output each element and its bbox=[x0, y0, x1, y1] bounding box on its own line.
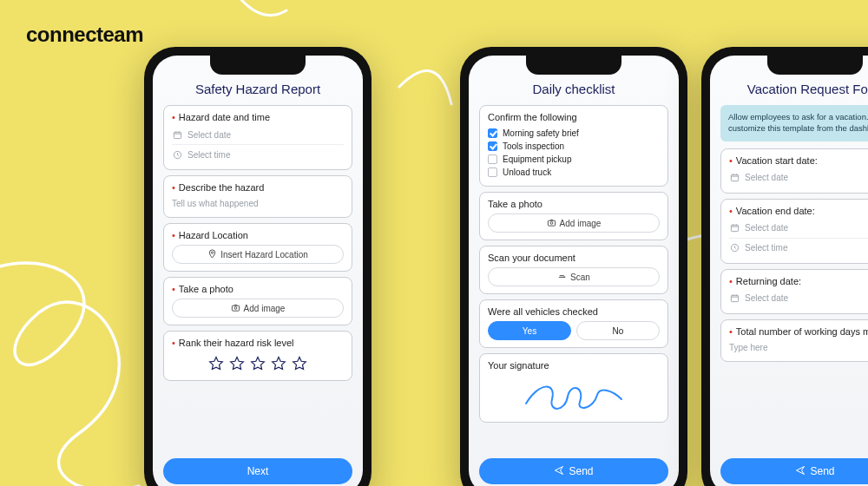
field-label: Describe the hazard bbox=[179, 182, 264, 193]
scan-icon bbox=[557, 272, 567, 283]
button-label: Send bbox=[810, 465, 834, 477]
placeholder: Insert Hazard Location bbox=[220, 250, 308, 259]
text-input[interactable]: Type here bbox=[729, 341, 868, 354]
field-label: Vacation end date: bbox=[736, 206, 815, 216]
field-label: Vacation start date: bbox=[736, 155, 818, 166]
field-label: Your signature bbox=[488, 360, 549, 371]
field-label: Returning date: bbox=[736, 276, 801, 286]
phone-safety-hazard: Safety Hazard Report •Hazard date and ti… bbox=[144, 47, 372, 486]
button-label: Add image bbox=[244, 304, 286, 313]
required-marker: • bbox=[172, 182, 175, 193]
camera-icon bbox=[547, 218, 556, 229]
send-icon bbox=[795, 465, 806, 478]
date-input[interactable]: Select date bbox=[729, 291, 868, 306]
star-rating[interactable] bbox=[172, 352, 344, 373]
field-describe-hazard: •Describe the hazard Tell us what happen… bbox=[163, 175, 352, 218]
placeholder: Select date bbox=[745, 173, 788, 182]
time-input[interactable]: Select time bbox=[729, 238, 868, 256]
checkbox-row[interactable]: Equipment pickup bbox=[488, 153, 660, 166]
checkbox-label: Unload truck bbox=[503, 167, 551, 177]
calendar-icon bbox=[172, 129, 182, 140]
checkbox-icon bbox=[488, 128, 497, 138]
phone-vacation-request: Vacation Request Form Allow employees to… bbox=[701, 47, 868, 486]
text-input[interactable]: Tell us what happened bbox=[172, 197, 344, 210]
checkbox-label: Morning safety brief bbox=[503, 128, 579, 138]
required-marker: • bbox=[729, 155, 733, 166]
star-icon[interactable] bbox=[250, 356, 266, 371]
field-vacation-end: •Vacation end date: Select date Select t… bbox=[720, 199, 868, 264]
location-input[interactable]: Insert Hazard Location bbox=[172, 245, 344, 264]
option-yes[interactable]: Yes bbox=[488, 321, 571, 340]
button-label: Send bbox=[569, 465, 593, 477]
send-icon bbox=[554, 465, 564, 478]
checkbox-row[interactable]: Morning safety brief bbox=[488, 127, 660, 140]
svg-rect-5 bbox=[548, 220, 555, 226]
required-marker: • bbox=[172, 338, 175, 348]
button-label: Next bbox=[247, 465, 269, 477]
signature-stroke bbox=[517, 378, 630, 412]
field-vacation-start: •Vacation start date: Select date bbox=[720, 148, 868, 194]
field-label: Take a photo bbox=[488, 199, 542, 209]
field-label: Hazard date and time bbox=[179, 112, 270, 122]
placeholder: Select date bbox=[187, 130, 231, 140]
field-label: Scan your document bbox=[488, 253, 575, 263]
page-title: Vacation Request Form bbox=[720, 82, 868, 96]
required-marker: • bbox=[172, 112, 175, 122]
checkbox-icon bbox=[488, 154, 497, 164]
field-hazard-location: •Hazard Location Insert Hazard Location bbox=[163, 223, 352, 272]
placeholder: Select date bbox=[745, 293, 788, 303]
svg-point-2 bbox=[212, 251, 214, 253]
page-title: Safety Hazard Report bbox=[163, 82, 352, 96]
calendar-icon bbox=[729, 293, 740, 304]
star-icon[interactable] bbox=[229, 356, 245, 371]
next-button[interactable]: Next bbox=[163, 458, 352, 484]
star-icon[interactable] bbox=[271, 356, 286, 371]
field-confirm-following: Confirm the following Morning safety bri… bbox=[479, 105, 668, 187]
calendar-icon bbox=[729, 223, 740, 233]
page-title: Daily checklist bbox=[479, 82, 668, 96]
date-input[interactable]: Select date bbox=[729, 170, 868, 186]
svg-point-6 bbox=[550, 221, 553, 224]
svg-rect-0 bbox=[174, 132, 181, 138]
field-hazard-datetime: •Hazard date and time Select date Select… bbox=[163, 105, 352, 170]
required-marker: • bbox=[729, 206, 733, 216]
placeholder: Select time bbox=[745, 243, 787, 253]
clock-icon bbox=[172, 149, 182, 160]
add-image-button[interactable]: Add image bbox=[172, 299, 344, 318]
brand-logo: connecteam bbox=[26, 23, 143, 47]
svg-rect-8 bbox=[731, 225, 738, 231]
send-button[interactable]: Send bbox=[720, 458, 868, 484]
field-returning-date: •Returning date: Select date bbox=[720, 269, 868, 314]
star-icon[interactable] bbox=[292, 356, 307, 371]
add-image-button[interactable]: Add image bbox=[488, 213, 660, 233]
button-label: Add image bbox=[560, 219, 602, 228]
field-label: Take a photo bbox=[179, 284, 233, 294]
required-marker: • bbox=[172, 284, 175, 294]
signature-pad[interactable] bbox=[488, 375, 660, 415]
field-rank-risk: •Rank their hazard risk level bbox=[163, 331, 352, 381]
field-take-photo: Take a photo Add image bbox=[479, 192, 668, 240]
checkbox-icon bbox=[488, 141, 497, 151]
time-input[interactable]: Select time bbox=[172, 144, 344, 162]
svg-point-4 bbox=[234, 306, 237, 309]
date-input[interactable]: Select date bbox=[172, 127, 344, 142]
field-take-photo: •Take a photo Add image bbox=[163, 277, 352, 325]
field-signature: Your signature bbox=[479, 353, 668, 423]
svg-rect-7 bbox=[731, 174, 738, 181]
checkbox-row[interactable]: Unload truck bbox=[488, 166, 660, 179]
date-input[interactable]: Select date bbox=[729, 220, 868, 236]
star-icon[interactable] bbox=[208, 356, 224, 371]
scan-button[interactable]: Scan bbox=[488, 267, 660, 286]
required-marker: • bbox=[729, 326, 733, 337]
field-scan-document: Scan your document Scan bbox=[479, 246, 668, 294]
field-days-missed: •Total number of working days missed: Ty… bbox=[720, 319, 868, 362]
placeholder: Select date bbox=[745, 223, 788, 233]
phone-daily-checklist: Daily checklist Confirm the following Mo… bbox=[460, 47, 687, 486]
send-button[interactable]: Send bbox=[479, 458, 668, 484]
required-marker: • bbox=[172, 230, 175, 240]
placeholder: Select time bbox=[187, 150, 230, 160]
option-no[interactable]: No bbox=[576, 321, 660, 340]
field-label: Total number of working days missed: bbox=[736, 326, 868, 337]
button-label: Scan bbox=[570, 273, 590, 282]
checkbox-row[interactable]: Tools inspection bbox=[488, 140, 660, 153]
